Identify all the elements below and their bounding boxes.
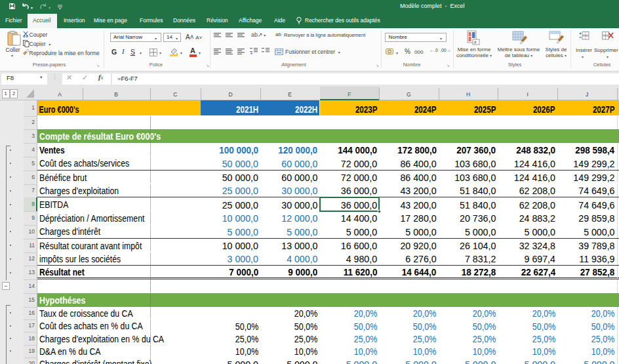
svg-text:≠: ≠ bbox=[474, 40, 477, 45]
